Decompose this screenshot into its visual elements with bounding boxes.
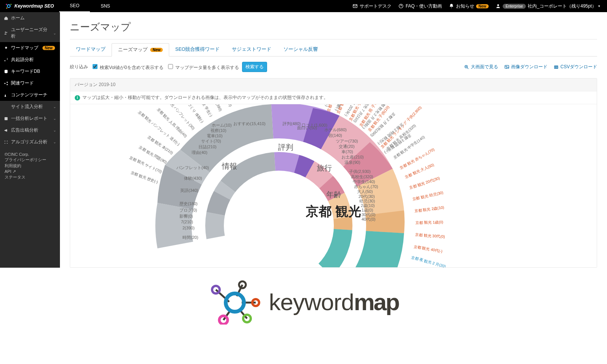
chevron-down-icon: ⌄	[53, 31, 56, 35]
svg-point-11	[7, 82, 8, 83]
cat-review: 評判	[278, 142, 293, 152]
filter-checkbox-vol0[interactable]: 検索Vol値が0を含めて表示する	[91, 63, 164, 71]
chart-node: おすすめ(15,410)	[233, 121, 266, 127]
chart-node: 車(70)	[341, 149, 353, 155]
svg-point-15	[7, 141, 8, 141]
cat-age: 年齢	[326, 190, 341, 200]
support-link[interactable]: サポートデスク	[352, 3, 392, 9]
chart-node: ツアー(730)	[336, 138, 358, 144]
brand-logo: Keywordmap SEO	[0, 3, 59, 9]
csv-icon: CSV	[554, 64, 559, 70]
sidebar-kwdb[interactable]: キーワードDB	[0, 66, 60, 77]
svg-point-6	[497, 4, 499, 6]
sidebar-cooccur[interactable]: 共起語分析	[0, 54, 60, 66]
chart-center-keyword: 京都 観光	[306, 203, 361, 220]
fullscreen-link[interactable]: 大画面で見る	[464, 64, 498, 70]
footer-terms[interactable]: 利用規約	[5, 163, 55, 169]
notice-link[interactable]: お知らせ New	[449, 3, 489, 9]
subtab-wordmap[interactable]: ワードマップ	[70, 43, 112, 56]
chart-node: 宿(140)	[328, 133, 342, 138]
chart-node: パンフレット(40)	[176, 165, 209, 171]
sidebar-wordmap[interactable]: ワードマップ New	[0, 42, 60, 54]
footer-privacy[interactable]: プライバシーポリシー	[5, 157, 55, 163]
sidebar-algo[interactable]: アルゴリズム分析⌄	[0, 136, 60, 148]
svg-point-1	[6, 4, 7, 5]
mail-icon	[352, 3, 358, 9]
chart-node: ホーム(10)	[212, 122, 232, 128]
chart-node: 歴史(180)	[179, 201, 198, 207]
chart-node: お土産(210)	[341, 154, 364, 160]
search-button[interactable]: 検索する	[242, 62, 267, 72]
subtab-needsmap[interactable]: ニーズマップ New	[112, 43, 169, 56]
sidebar-batch[interactable]: 一括分析レポート⌄	[0, 113, 60, 124]
chart-node: 7(210)	[181, 220, 193, 224]
panel-version: バージョン 2019-10	[70, 78, 597, 91]
chart-node: 40代(0)	[362, 217, 376, 222]
chevron-down-icon: ⌄	[53, 116, 56, 121]
filter-checkbox-more[interactable]: マップデータ量を多く表示する	[167, 63, 239, 71]
subtab-social[interactable]: ソーシャル反響	[277, 43, 324, 56]
filter-label: 絞り込み	[70, 64, 88, 70]
sidebar-ads[interactable]: 広告出稿分析⌄	[0, 124, 60, 136]
footer-corp: ©CINC Corp.	[5, 152, 55, 157]
chart-node: 2(390)	[182, 226, 195, 230]
account-menu[interactable]: Enterprise 社内_コーポレート（残り495pt） ▾	[495, 3, 600, 9]
bottom-logo: keywordmap	[0, 279, 607, 325]
notice-new-badge: New	[476, 4, 489, 8]
svg-point-30	[226, 293, 244, 312]
chart-node: 口コミ(1,600)	[302, 122, 327, 128]
chart-node: ホテル(680)	[324, 127, 347, 133]
sidebar-content-search[interactable]: コンテンツサーチ	[0, 89, 60, 101]
cat-info: 情報	[222, 161, 237, 171]
svg-point-2	[11, 4, 12, 5]
svg-point-10	[5, 83, 6, 84]
cat-travel: 旅行	[317, 163, 332, 173]
svg-point-7	[5, 32, 6, 33]
footer-api[interactable]: API ↗	[5, 169, 55, 174]
chart-node: 体験(430)	[184, 176, 202, 181]
sidebar-related[interactable]: 関連ワード	[0, 77, 60, 89]
image-icon	[504, 64, 510, 70]
svg-rect-13	[5, 117, 8, 120]
chart-node: 電車(10)	[207, 133, 223, 139]
svg-point-20	[506, 66, 506, 67]
panel-info: i マップは拡大・縮小・移動が可能です。ダウンロードされる画像は、表示中のマップ…	[70, 91, 597, 104]
zoom-icon	[464, 64, 469, 70]
needs-map-chart[interactable]: 京都 観光 情報 評判 旅行 年齢 おすすめ(15,410) 評判(480) 面…	[70, 104, 597, 267]
chevron-down-icon: ▾	[598, 4, 600, 8]
sidebar-user-needs[interactable]: ユーザーニーズ分析⌄	[0, 24, 60, 42]
external-icon: ↗	[13, 169, 16, 174]
chart-outer-label: 京都 観光 1歳(0)	[415, 220, 443, 226]
svg-point-16	[5, 143, 5, 144]
chevron-down-icon: ⌄	[53, 128, 56, 132]
subtab-compete[interactable]: SEO競合獲得ワード	[169, 43, 226, 56]
svg-point-0	[7, 5, 10, 8]
svg-point-14	[5, 141, 5, 141]
svg-text:CSV: CSV	[555, 66, 558, 68]
help-icon	[398, 3, 404, 9]
chevron-down-icon: ⌄	[53, 140, 56, 144]
faq-link[interactable]: FAQ・使い方動画	[398, 3, 442, 9]
chart-node: ブログ(0)	[179, 207, 197, 213]
user-icon	[495, 3, 501, 9]
chart-node: 温泉(90)	[344, 160, 360, 165]
chart-node: 交通(20)	[339, 144, 355, 149]
top-tab-seo[interactable]: SEO	[59, 0, 90, 12]
chart-node: 時間(20)	[182, 235, 198, 240]
svg-point-3	[6, 8, 7, 9]
csv-download-link[interactable]: CSV CSVダウンロード	[554, 64, 597, 70]
top-tab-sns[interactable]: SNS	[90, 0, 121, 12]
needs-new-badge: New	[150, 48, 163, 52]
chevron-down-icon: ⌄	[53, 105, 56, 109]
image-download-link[interactable]: 画像ダウンロード	[504, 64, 547, 70]
sidebar-home[interactable]: ホーム	[0, 12, 60, 24]
svg-point-12	[7, 84, 8, 85]
account-label: 社内_コーポレート（残り495pt）	[528, 3, 596, 9]
bell-icon	[449, 3, 454, 9]
sidebar-inflow[interactable]: サイト流入分析⌄	[0, 101, 60, 113]
chart-node: 日誌(210)	[198, 144, 217, 150]
footer-status[interactable]: ステータス	[5, 174, 55, 180]
chart-node: 視察(10)	[211, 128, 226, 133]
info-icon: i	[75, 95, 80, 100]
subtab-suggest[interactable]: サジェストワード	[226, 43, 277, 56]
